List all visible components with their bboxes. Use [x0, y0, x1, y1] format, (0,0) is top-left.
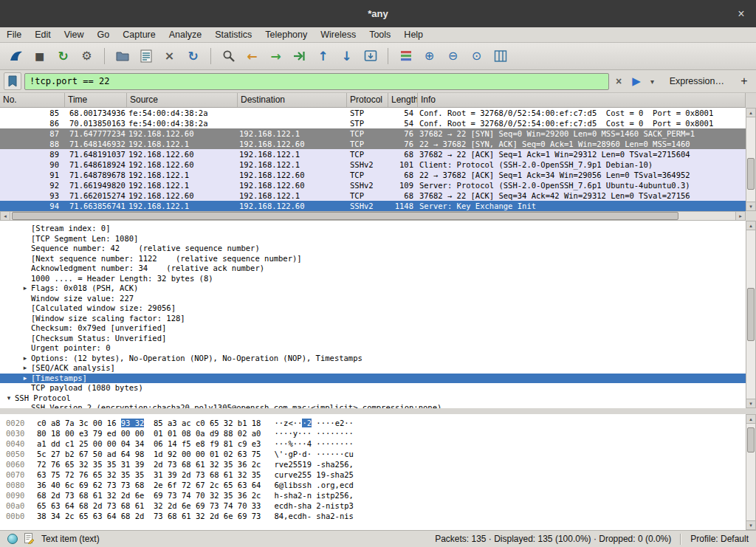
column-header-source[interactable]: Source: [127, 93, 238, 107]
hex-bytes[interactable]: 63 75 72 76 65 32 35 35 31 39 2d 73 68 6…: [37, 469, 261, 480]
expander-icon[interactable]: [19, 403, 31, 408]
hex-ascii[interactable]: ecdh-sha 2-nistp3: [274, 500, 353, 511]
close-file-icon[interactable]: ×: [159, 47, 179, 66]
hex-row[interactable]: 00b0 38 34 2c 65 63 64 68 2d 73 68 61 32…: [6, 511, 746, 521]
packet-detail-line[interactable]: [Stream index: 0]: [0, 224, 746, 234]
zoom-out-icon[interactable]: ⊖: [443, 47, 463, 66]
capture-options-icon[interactable]: ⚙: [77, 47, 97, 66]
packet-detail-line[interactable]: [Checksum Status: Unverified]: [0, 334, 746, 344]
expander-icon[interactable]: [19, 264, 31, 274]
hex-ascii[interactable]: ··z<···2 ····e2··: [274, 418, 354, 428]
menu-item[interactable]: Wireless: [314, 28, 362, 41]
expander-icon[interactable]: ▸: [19, 354, 31, 364]
column-header-no[interactable]: No.: [0, 93, 65, 107]
packet-detail-line[interactable]: ▸ Options: (12 bytes), No-Operation (NOP…: [0, 354, 746, 364]
scroll-up-icon[interactable]: ▴: [746, 415, 755, 424]
packet-list-hscrollbar[interactable]: ◂ ▸: [0, 211, 746, 221]
menu-item[interactable]: Go: [91, 28, 117, 41]
expander-icon[interactable]: [19, 383, 31, 393]
expander-icon[interactable]: [19, 294, 31, 304]
hex-ascii[interactable]: 84,ecdh- sha2-nis: [274, 511, 353, 521]
column-header-protocol[interactable]: Protocol: [347, 93, 388, 107]
details-scrollbar[interactable]: ▴ ▾: [746, 221, 756, 408]
packet-row[interactable]: 89 71.648191037 192.168.122.60 192.168.1…: [0, 149, 746, 159]
restart-capture-icon[interactable]: ↻: [53, 47, 73, 66]
menu-item[interactable]: File: [0, 28, 28, 41]
hex-row[interactable]: 0050 5c 27 b2 67 50 ad 64 98 1d 92 00 00…: [6, 449, 746, 459]
packet-row[interactable]: 94 71.663856741 192.168.122.1 192.168.12…: [0, 201, 746, 211]
colorize-icon[interactable]: [396, 47, 416, 66]
hex-ascii[interactable]: rve25519 -sha256,: [274, 459, 353, 469]
menu-item[interactable]: Help: [397, 28, 430, 41]
go-back-icon[interactable]: ←: [242, 47, 262, 66]
expander-icon[interactable]: [19, 274, 31, 284]
hex-bytes[interactable]: 68 2d 73 68 61 32 2d 6e 69 73 74 70 32 3…: [37, 490, 261, 500]
reload-icon[interactable]: ↻: [183, 47, 203, 66]
packet-detail-line[interactable]: ▸ [Timestamps]: [0, 374, 746, 384]
scroll-left-icon[interactable]: ◂: [1, 212, 10, 220]
menu-item[interactable]: Analyze: [162, 28, 208, 41]
menu-item[interactable]: Capture: [116, 28, 162, 41]
hex-bytes[interactable]: c0 a8 7a 3c 00 16 93 32 85 a3 ac c0 65 3…: [37, 418, 261, 428]
expander-icon[interactable]: [19, 244, 31, 254]
packet-detail-line[interactable]: Sequence number: 42 (relative sequence n…: [0, 244, 746, 254]
packet-detail-line[interactable]: ▸ [SEQ/ACK analysis]: [0, 363, 746, 374]
packet-row[interactable]: 90 71.648618924 192.168.122.60 192.168.1…: [0, 159, 746, 170]
hex-ascii[interactable]: curve255 19-sha25: [274, 469, 353, 480]
expander-icon[interactable]: ▸: [19, 283, 31, 294]
column-header-length[interactable]: Length: [388, 93, 418, 107]
expander-icon[interactable]: [19, 334, 31, 344]
scrollbar-thumb[interactable]: [747, 427, 755, 453]
hex-ascii[interactable]: 6@libssh .org,ecd: [274, 480, 353, 490]
packet-detail-line[interactable]: [Window size scaling factor: 128]: [0, 314, 746, 324]
packet-detail-line[interactable]: SSH Version 2 (encryption:chacha20-poly1…: [0, 403, 746, 408]
expander-icon[interactable]: ▸: [19, 363, 31, 374]
packet-row[interactable]: 88 71.648146932 192.168.122.1 192.168.12…: [0, 139, 746, 149]
go-forward-icon[interactable]: →: [266, 47, 286, 66]
start-capture-icon[interactable]: [6, 47, 26, 66]
hex-row[interactable]: 0040 a1 dd c1 25 00 00 04 34 06 14 f5 e8…: [6, 438, 746, 449]
hex-bytes[interactable]: 36 40 6c 69 62 73 73 68 2e 6f 72 67 2c 6…: [37, 480, 261, 490]
scroll-down-icon[interactable]: ▾: [746, 520, 755, 529]
scroll-up-icon[interactable]: ▴: [746, 109, 755, 117]
packet-detail-line[interactable]: Checksum: 0x79ed [unverified]: [0, 323, 746, 334]
hex-bytes[interactable]: 80 18 00 e3 79 ed 00 00 01 01 08 0a d9 8…: [37, 428, 261, 438]
autoscroll-icon[interactable]: [360, 47, 380, 66]
scrollbar-thumb[interactable]: [747, 158, 755, 190]
column-header-destination[interactable]: Destination: [238, 93, 347, 107]
menu-item[interactable]: Telephony: [258, 28, 314, 41]
packet-detail-line[interactable]: 1000 .... = Header Length: 32 bytes (8): [0, 274, 746, 284]
hex-row[interactable]: 00a0 65 63 64 68 2d 73 68 61 32 2d 6e 69…: [6, 500, 746, 511]
scroll-right-icon[interactable]: ▸: [735, 212, 745, 220]
find-packet-icon[interactable]: [219, 47, 238, 66]
add-filter-button[interactable]: +: [736, 73, 752, 89]
menu-item[interactable]: Statistics: [208, 28, 258, 41]
filter-clear-icon[interactable]: ×: [612, 75, 625, 87]
packet-row[interactable]: 86 70.013850163 fe:54:00:d4:38:2a STP 54…: [0, 118, 746, 128]
goto-packet-icon[interactable]: [289, 47, 309, 66]
capture-comment-icon[interactable]: [24, 532, 35, 546]
hex-bytes[interactable]: 65 63 64 68 2d 73 68 61 32 2d 6e 69 73 7…: [37, 500, 261, 511]
menu-item[interactable]: View: [58, 28, 91, 41]
hex-bytes[interactable]: 72 76 65 32 35 35 31 39 2d 73 68 61 32 3…: [37, 459, 261, 469]
scroll-up-icon[interactable]: ▴: [746, 221, 755, 230]
packet-detail-line[interactable]: TCP payload (1080 bytes): [0, 383, 746, 393]
expander-icon[interactable]: [19, 314, 31, 324]
resize-columns-icon[interactable]: [490, 47, 510, 66]
expander-icon[interactable]: [19, 234, 31, 244]
hex-scrollbar[interactable]: ▴ ▾: [746, 414, 756, 530]
column-header-time[interactable]: Time: [65, 93, 127, 107]
expander-icon[interactable]: [19, 323, 31, 334]
menu-item[interactable]: Tools: [362, 28, 397, 41]
hex-row[interactable]: 0070 63 75 72 76 65 32 35 35 31 39 2d 73…: [6, 469, 746, 480]
hex-ascii[interactable]: \'·gP·d· ······cu: [274, 449, 353, 459]
profile-label[interactable]: Profile: Default: [690, 534, 749, 544]
packet-row[interactable]: 92 71.661949820 192.168.122.1 192.168.12…: [0, 180, 746, 190]
window-close-icon[interactable]: ×: [734, 7, 749, 21]
display-filter-input[interactable]: [24, 73, 609, 90]
zoom-in-icon[interactable]: ⊕: [419, 47, 439, 66]
hex-ascii[interactable]: ···%···4 ········: [274, 438, 353, 449]
hex-bytes[interactable]: a1 dd c1 25 00 00 04 34 06 14 f5 e8 f9 8…: [37, 438, 261, 449]
expander-icon[interactable]: ▸: [19, 374, 31, 384]
expression-button[interactable]: Expression…: [670, 76, 724, 86]
